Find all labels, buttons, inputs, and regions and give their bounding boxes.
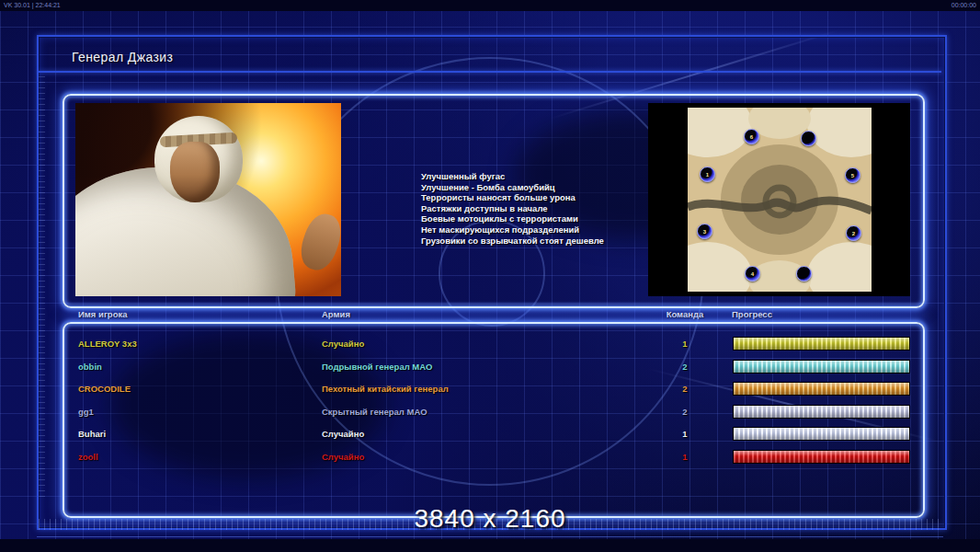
bonus-item: Улучшение - Бомба самоубийц — [421, 182, 651, 193]
bonus-item: Грузовики со взрывчаткой стоят дешевле — [421, 236, 651, 247]
player-team: 1 — [655, 339, 714, 349]
start-position-marker: 5 — [845, 167, 860, 183]
progress-bar-fill — [734, 361, 909, 373]
player-army: Скрытный генерал МАО — [322, 407, 427, 417]
player-row: Buhari Случайно 1 — [63, 423, 921, 445]
column-header-army: Армия — [322, 309, 350, 319]
progress-bar — [733, 382, 910, 396]
status-bar: VK 30.01 | 22:44:21 00:00:00 — [0, 0, 980, 11]
marker-number: 4 — [751, 271, 754, 277]
progress-bar — [733, 427, 910, 441]
start-position-marker — [801, 131, 816, 146]
player-name: zooll — [78, 452, 98, 462]
bonus-item: Террористы наносят больше урона — [421, 192, 651, 203]
player-army: Пехотный китайский генерал — [322, 384, 449, 394]
portrait-face — [170, 142, 220, 202]
status-timer: 00:00:00 — [952, 0, 976, 11]
progress-bar-fill — [734, 383, 909, 395]
marker-number: 2 — [852, 231, 855, 236]
player-team: 2 — [655, 384, 714, 394]
player-team: 2 — [655, 362, 714, 372]
progress-bar-fill — [734, 338, 909, 350]
map-preview: 6 1 5 3 2 4 — [648, 103, 910, 296]
bottom-strip — [0, 539, 980, 552]
player-row: ALLEROY 3x3 Случайно 1 — [63, 333, 921, 355]
start-position-marker: 2 — [846, 225, 861, 241]
progress-bar-fill — [734, 428, 909, 440]
marker-number: 3 — [703, 229, 706, 235]
left-ruler-ticks — [39, 74, 45, 497]
bonus-item: Улучшенный фугас — [421, 171, 651, 182]
player-army: Подрывной генерал МАО — [322, 362, 432, 372]
progress-bar — [733, 450, 910, 464]
title-divider — [39, 71, 941, 73]
general-bonus-list: Улучшенный фугас Улучшение - Бомба самоу… — [421, 171, 651, 246]
column-header-team: Команда — [655, 309, 714, 319]
bonus-item: Растяжки доступны в начале — [421, 203, 651, 214]
marker-number: 5 — [851, 173, 854, 178]
status-timestamp: VK 30.01 | 22:44:21 — [4, 0, 61, 11]
marker-number: 1 — [706, 172, 709, 178]
bonus-item: Нет маскирующихся подразделений — [421, 224, 651, 236]
start-position-marker — [796, 266, 812, 282]
progress-bar-fill — [734, 406, 909, 418]
player-team: 1 — [655, 452, 714, 462]
player-army: Случайно — [322, 452, 364, 462]
start-position-marker: 4 — [745, 266, 760, 282]
player-army: Случайно — [322, 339, 364, 349]
player-team: 1 — [655, 429, 714, 439]
column-header-name: Имя игрока — [78, 309, 127, 319]
progress-bar — [733, 405, 910, 419]
player-row: CROCODILE Пехотный китайский генерал 2 — [63, 378, 921, 400]
column-header-progress: Прогресс — [732, 309, 772, 319]
progress-bar — [733, 360, 910, 374]
player-row: obbin Подрывной генерал МАО 2 — [63, 356, 921, 378]
player-name: CROCODILE — [78, 384, 131, 394]
start-position-marker: 1 — [700, 167, 715, 182]
resolution-label: 3840 x 2160 — [0, 504, 980, 534]
page-title: Генерал Джазиз — [72, 50, 173, 64]
player-row: zooll Случайно 1 — [63, 446, 921, 468]
player-name: ALLEROY 3x3 — [78, 339, 137, 349]
start-position-marker: 6 — [744, 129, 759, 144]
map-terrain: 6 1 5 3 2 4 — [688, 108, 872, 292]
player-team: 2 — [655, 407, 714, 417]
player-name: obbin — [78, 362, 102, 372]
loading-screen: VK 30.01 | 22:44:21 00:00:00 Генерал Джа… — [0, 0, 980, 552]
general-portrait — [75, 103, 341, 296]
progress-bar-fill — [734, 451, 909, 463]
player-name: Buhari — [78, 429, 106, 439]
bonus-item: Боевые мотоциклы с террористами — [421, 213, 651, 224]
map-terrain-image — [688, 108, 872, 292]
marker-number: 6 — [750, 134, 753, 140]
player-army: Случайно — [322, 429, 364, 439]
bottom-divider-line — [37, 536, 943, 537]
player-name: gg1 — [78, 407, 94, 417]
progress-bar — [733, 337, 910, 351]
player-row: gg1 Скрытный генерал МАО 2 — [63, 401, 921, 423]
start-position-marker: 3 — [697, 224, 712, 239]
